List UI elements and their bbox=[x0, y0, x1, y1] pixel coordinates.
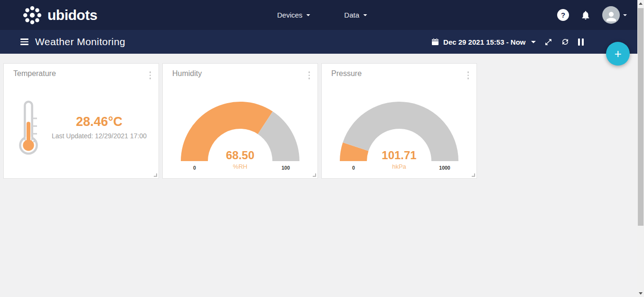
widget-menu-button[interactable] bbox=[466, 69, 471, 81]
main-nav: Devices Data bbox=[277, 11, 367, 19]
scroll-down-arrow[interactable] bbox=[637, 290, 644, 297]
widget-resize-handle[interactable] bbox=[472, 173, 475, 177]
gauge-max-label: 1000 bbox=[434, 165, 455, 171]
scroll-up-arrow[interactable] bbox=[637, 0, 644, 7]
widget-pressure: Pressure 101.71 hkPa 0 1000 bbox=[321, 63, 477, 179]
page-title: Weather Monitoring bbox=[35, 36, 125, 48]
widget-resize-handle[interactable] bbox=[313, 173, 316, 177]
refresh-icon[interactable] bbox=[561, 38, 569, 46]
dashboard-bar-left: Weather Monitoring bbox=[20, 36, 125, 48]
user-menu[interactable] bbox=[602, 6, 627, 24]
calendar-icon bbox=[431, 38, 439, 46]
thermometer-icon bbox=[16, 99, 41, 155]
dashboard-controls: Dec 29 2021 15:53 - Now bbox=[431, 38, 584, 46]
topbar: ubidots Devices Data ? bbox=[0, 0, 644, 30]
dashboard-canvas: Temperature 28.46°C Last Updated: 12/29/… bbox=[0, 54, 644, 179]
widget-title: Pressure bbox=[331, 69, 362, 78]
widget-menu-button[interactable] bbox=[148, 69, 153, 81]
gauge-value: 101.71 bbox=[337, 149, 461, 162]
date-range-text: Dec 29 2021 15:53 - Now bbox=[443, 38, 525, 46]
date-range-picker[interactable]: Dec 29 2021 15:53 - Now bbox=[431, 38, 535, 46]
ubidots-logo[interactable]: ubidots bbox=[21, 4, 97, 26]
topbar-actions: ? bbox=[557, 6, 627, 24]
fullscreen-icon[interactable] bbox=[544, 38, 552, 46]
widget-resize-handle[interactable] bbox=[154, 173, 157, 177]
gauge-max-label: 100 bbox=[275, 165, 296, 171]
widget-humidity: Humidity 68.50 %RH 0 100 bbox=[162, 63, 318, 179]
ubidots-logo-icon bbox=[21, 4, 43, 26]
chevron-down-icon bbox=[531, 41, 536, 43]
last-updated-text: Last Updated: 12/29/2021 17:00 bbox=[52, 132, 147, 140]
gauge-min-label: 0 bbox=[343, 165, 364, 171]
chevron-down-icon bbox=[623, 14, 627, 16]
logo-wordmark: ubidots bbox=[47, 7, 97, 23]
avatar bbox=[602, 6, 620, 24]
gauge-min-label: 0 bbox=[184, 165, 205, 171]
widget-title: Temperature bbox=[13, 69, 56, 78]
widget-title: Humidity bbox=[172, 69, 202, 78]
notifications-bell-icon[interactable] bbox=[580, 10, 591, 20]
nav-data[interactable]: Data bbox=[344, 11, 367, 19]
widget-temperature: Temperature 28.46°C Last Updated: 12/29/… bbox=[3, 63, 159, 179]
chevron-down-icon bbox=[306, 14, 310, 16]
scrollbar-thumb[interactable] bbox=[638, 8, 644, 226]
nav-data-label: Data bbox=[344, 11, 359, 19]
gauge-value: 68.50 bbox=[178, 149, 302, 162]
hamburger-menu-icon[interactable] bbox=[20, 38, 28, 45]
add-widget-button[interactable]: + bbox=[606, 42, 630, 66]
temperature-value: 28.46°C bbox=[52, 115, 147, 129]
nav-devices[interactable]: Devices bbox=[277, 11, 310, 19]
widget-menu-button[interactable] bbox=[307, 69, 312, 81]
nav-devices-label: Devices bbox=[277, 11, 302, 19]
help-icon[interactable]: ? bbox=[557, 9, 569, 21]
dashboard-bar: Weather Monitoring Dec 29 2021 15:53 - N… bbox=[0, 30, 644, 54]
pause-icon[interactable] bbox=[578, 38, 584, 46]
scrollbar bbox=[637, 0, 644, 297]
chevron-down-icon bbox=[363, 14, 367, 16]
